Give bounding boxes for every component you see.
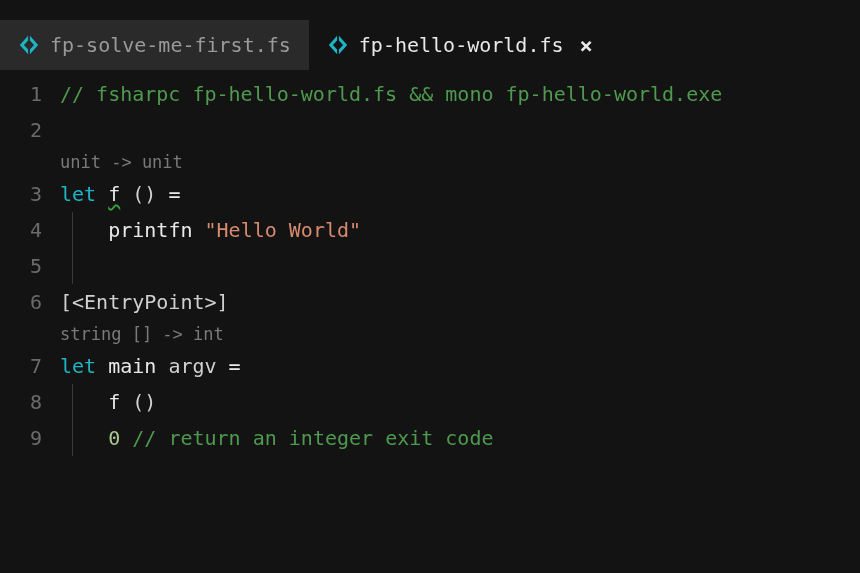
unit-literal: () <box>132 182 156 206</box>
code-line: // fsharpc fp-hello-world.fs && mono fp-… <box>60 76 860 112</box>
unit-literal: () <box>132 390 156 414</box>
function-call: printfn <box>108 218 192 242</box>
code-content[interactable]: // fsharpc fp-hello-world.fs && mono fp-… <box>60 76 860 456</box>
function-call: f <box>108 390 120 414</box>
line-number: 7 <box>0 348 42 384</box>
indent-guide <box>72 212 73 248</box>
comment: // return an integer exit code <box>132 426 493 450</box>
keyword-let: let <box>60 354 96 378</box>
line-number <box>0 320 42 348</box>
tab-bar: fp-solve-me-first.fs fp-hello-world.fs × <box>0 20 860 70</box>
code-line <box>60 112 860 148</box>
function-name: main <box>108 354 156 378</box>
code-line: printfn "Hello World" <box>60 212 860 248</box>
tab-fp-solve-me-first[interactable]: fp-solve-me-first.fs <box>0 20 309 70</box>
attribute: [<EntryPoint>] <box>60 290 229 314</box>
line-number: 5 <box>0 248 42 284</box>
indent-guide <box>72 248 73 284</box>
code-line: [<EntryPoint>] <box>60 284 860 320</box>
comment: // fsharpc fp-hello-world.fs && mono fp-… <box>60 82 722 106</box>
line-number: 3 <box>0 176 42 212</box>
string-literal: "Hello World" <box>205 218 362 242</box>
line-number: 6 <box>0 284 42 320</box>
number-literal: 0 <box>108 426 120 450</box>
indent-guide <box>72 384 73 420</box>
code-line: f () <box>60 384 860 420</box>
line-number <box>0 148 42 176</box>
code-line: let main argv = <box>60 348 860 384</box>
line-number: 8 <box>0 384 42 420</box>
fsharp-file-icon <box>18 34 40 56</box>
equals: = <box>229 354 241 378</box>
line-number: 4 <box>0 212 42 248</box>
code-line: 0 // return an integer exit code <box>60 420 860 456</box>
indent-guide <box>72 420 73 456</box>
tab-label: fp-solve-me-first.fs <box>50 33 291 57</box>
line-number-gutter: 1 2 3 4 5 6 7 8 9 <box>0 76 60 456</box>
type-hint: unit -> unit <box>60 148 860 176</box>
line-number: 2 <box>0 112 42 148</box>
parameter: argv <box>168 354 216 378</box>
function-name: f <box>108 182 120 206</box>
equals: = <box>168 182 180 206</box>
tab-fp-hello-world[interactable]: fp-hello-world.fs × <box>309 20 611 70</box>
fsharp-file-icon <box>327 34 349 56</box>
keyword-let: let <box>60 182 96 206</box>
code-line: let f () = <box>60 176 860 212</box>
type-hint: string [] -> int <box>60 320 860 348</box>
code-line <box>60 248 860 284</box>
code-editor[interactable]: 1 2 3 4 5 6 7 8 9 // fsharpc fp-hello-wo… <box>0 70 860 456</box>
line-number: 1 <box>0 76 42 112</box>
close-icon[interactable]: × <box>580 33 593 58</box>
line-number: 9 <box>0 420 42 456</box>
tab-label: fp-hello-world.fs <box>359 33 564 57</box>
